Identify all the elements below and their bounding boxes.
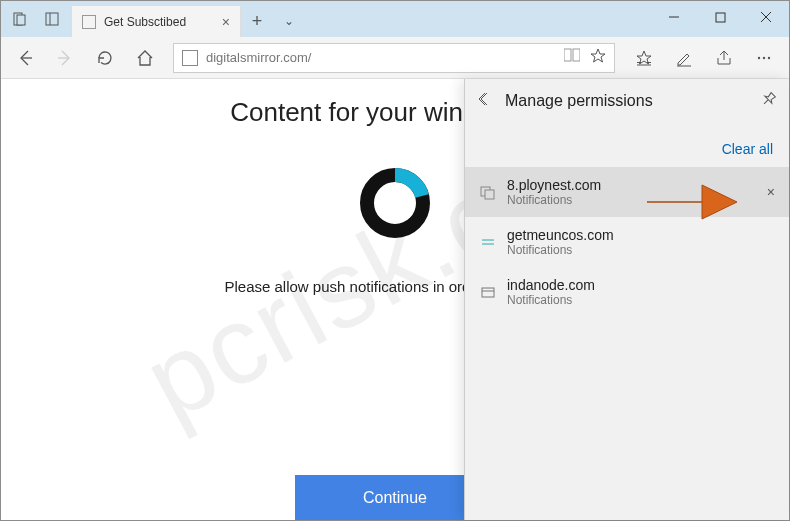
permission-sub: Notifications xyxy=(507,193,601,207)
forward-button[interactable] xyxy=(47,40,83,76)
svg-rect-11 xyxy=(573,49,580,61)
favorites-icon[interactable] xyxy=(625,40,663,76)
home-button[interactable] xyxy=(127,40,163,76)
svg-point-17 xyxy=(763,56,765,58)
panel-actions: Clear all xyxy=(465,123,789,167)
tab-favicon xyxy=(82,15,96,29)
favorite-star-icon[interactable] xyxy=(590,48,606,68)
site-info-icon[interactable] xyxy=(182,50,198,66)
tab-actions-button[interactable] xyxy=(5,5,35,33)
svg-rect-2 xyxy=(46,13,58,25)
svg-point-16 xyxy=(758,56,760,58)
loading-ring-icon xyxy=(356,164,434,242)
close-window-button[interactable] xyxy=(743,1,789,33)
pin-icon[interactable] xyxy=(761,91,777,111)
tab-close-icon[interactable]: × xyxy=(222,14,230,30)
browser-window: Get Subsctibed × + ⌄ digitalsmirror.com/ xyxy=(0,0,790,521)
titlebar: Get Subsctibed × + ⌄ xyxy=(1,1,789,37)
permission-item[interactable]: getmeuncos.com Notifications xyxy=(465,217,789,267)
set-aside-button[interactable] xyxy=(37,5,67,33)
tab-title: Get Subsctibed xyxy=(104,15,214,29)
permission-domain: getmeuncos.com xyxy=(507,227,614,243)
permission-text: 8.ploynest.com Notifications xyxy=(507,177,601,207)
permission-domain: 8.ploynest.com xyxy=(507,177,601,193)
new-tab-button[interactable]: + xyxy=(241,5,273,37)
maximize-button[interactable] xyxy=(697,1,743,33)
site-icon xyxy=(479,183,497,201)
reading-view-icon[interactable] xyxy=(564,48,580,68)
permission-sub: Notifications xyxy=(507,293,595,307)
svg-rect-10 xyxy=(564,49,571,61)
refresh-button[interactable] xyxy=(87,40,123,76)
minimize-button[interactable] xyxy=(651,1,697,33)
svg-rect-5 xyxy=(716,13,725,22)
permission-remove-icon[interactable]: × xyxy=(767,184,775,200)
permission-item[interactable]: 8.ploynest.com Notifications × xyxy=(465,167,789,217)
urlbar-right xyxy=(564,48,606,68)
panel-back-icon[interactable] xyxy=(477,91,493,111)
browser-tab[interactable]: Get Subsctibed × xyxy=(71,5,241,37)
permission-item[interactable]: indanode.com Notifications xyxy=(465,267,789,317)
titlebar-left-buttons xyxy=(1,1,71,37)
permissions-list: 8.ploynest.com Notifications × getmeunco… xyxy=(465,167,789,317)
panel-header: Manage permissions xyxy=(465,79,789,123)
clear-all-link[interactable]: Clear all xyxy=(722,141,773,157)
site-icon xyxy=(479,233,497,251)
permission-domain: indanode.com xyxy=(507,277,595,293)
svg-rect-21 xyxy=(485,190,494,199)
share-icon[interactable] xyxy=(705,40,743,76)
toolbar-right xyxy=(625,40,783,76)
site-icon xyxy=(479,283,497,301)
tab-chevron-down-icon[interactable]: ⌄ xyxy=(273,5,305,37)
toolbar: digitalsmirror.com/ xyxy=(1,37,789,79)
panel-title: Manage permissions xyxy=(505,92,749,110)
address-bar[interactable]: digitalsmirror.com/ xyxy=(173,43,615,73)
permissions-panel: Manage permissions Clear all 8.ploynest.… xyxy=(464,79,789,520)
svg-point-18 xyxy=(768,56,770,58)
permission-text: getmeuncos.com Notifications xyxy=(507,227,614,257)
url-text: digitalsmirror.com/ xyxy=(206,50,564,65)
more-icon[interactable] xyxy=(745,40,783,76)
window-controls xyxy=(651,1,789,37)
svg-rect-1 xyxy=(17,15,25,25)
notes-icon[interactable] xyxy=(665,40,703,76)
permission-text: indanode.com Notifications xyxy=(507,277,595,307)
svg-rect-24 xyxy=(482,288,494,297)
permission-sub: Notifications xyxy=(507,243,614,257)
back-button[interactable] xyxy=(7,40,43,76)
annotation-arrow-icon xyxy=(647,177,737,231)
